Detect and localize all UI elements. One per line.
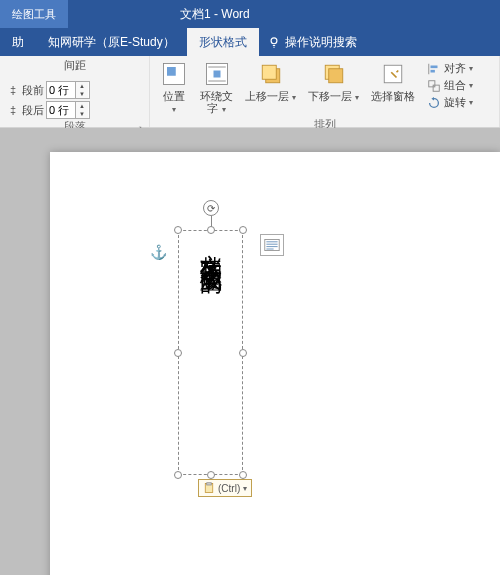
spacing-before-label: 段前 xyxy=(22,83,44,98)
selection-pane-button[interactable]: 选择窗格 xyxy=(367,58,419,104)
svg-rect-2 xyxy=(167,67,176,76)
bring-forward-icon xyxy=(257,60,285,88)
spacing-before-icon: ‡ xyxy=(6,83,20,97)
clipboard-icon xyxy=(203,482,215,494)
tab-estudy[interactable]: 知网研学（原E-Study） xyxy=(36,28,187,56)
group-paragraph: 间距 ‡ 段前 ▲▼ ‡ 段后 ▲▼ xyxy=(0,56,150,127)
anchor-icon[interactable]: ⚓ xyxy=(150,244,167,260)
send-backward-icon xyxy=(320,60,348,88)
rotate-button[interactable]: 旋转 ▾ xyxy=(423,94,477,111)
spin-up-icon[interactable]: ▲ xyxy=(76,82,88,90)
document-area[interactable]: ⚓ 文档字体怎么变成竖的 (Ctrl) ▾ xyxy=(0,128,500,575)
align-icon xyxy=(427,62,441,76)
document-title: 文档1 - Word xyxy=(168,0,262,28)
group-objects-button[interactable]: 组合 ▾ xyxy=(423,77,477,94)
spacing-before-input[interactable] xyxy=(47,84,75,96)
rotate-icon xyxy=(427,96,441,110)
textbox-selection[interactable]: 文档字体怎么变成竖的 xyxy=(178,230,243,475)
resize-handle-tr[interactable] xyxy=(239,226,247,234)
spacing-before-row: ‡ 段前 ▲▼ xyxy=(6,81,143,99)
title-bar: 绘图工具 文档1 - Word xyxy=(0,0,500,28)
group-icon xyxy=(427,79,441,93)
tell-me-search[interactable]: 操作说明搜索 xyxy=(267,34,357,51)
svg-rect-15 xyxy=(429,80,435,86)
lightbulb-icon xyxy=(267,35,281,49)
tell-me-label: 操作说明搜索 xyxy=(285,34,357,51)
spacing-header: 间距 xyxy=(6,58,143,75)
resize-handle-bl[interactable] xyxy=(174,471,182,479)
resize-handle-mr[interactable] xyxy=(239,349,247,357)
chevron-down-icon: ▾ xyxy=(243,484,247,493)
ribbon: 间距 ‡ 段前 ▲▼ ‡ 段后 ▲▼ xyxy=(0,56,500,128)
spacing-after-label: 段后 xyxy=(22,103,44,118)
textbox-content[interactable]: 文档字体怎么变成竖的 xyxy=(196,237,226,474)
selection-pane-icon xyxy=(379,60,407,88)
svg-rect-8 xyxy=(262,65,276,79)
resize-handle-bm[interactable] xyxy=(207,471,215,479)
spin-down-icon[interactable]: ▼ xyxy=(76,90,88,98)
send-backward-button[interactable]: 下移一层 ▾ xyxy=(304,58,363,105)
svg-rect-4 xyxy=(213,71,220,78)
svg-rect-10 xyxy=(328,69,342,83)
wrap-text-icon xyxy=(203,60,231,88)
spin-down-icon[interactable]: ▼ xyxy=(76,110,88,118)
layout-options-button[interactable] xyxy=(260,234,284,256)
spin-up-icon[interactable]: ▲ xyxy=(76,102,88,110)
page[interactable]: ⚓ 文档字体怎么变成竖的 (Ctrl) ▾ xyxy=(50,152,500,575)
textbox[interactable]: 文档字体怎么变成竖的 xyxy=(178,230,243,475)
layout-options-icon xyxy=(264,238,280,252)
bring-forward-button[interactable]: 上移一层 ▾ xyxy=(241,58,300,105)
tab-help[interactable]: 助 xyxy=(0,28,36,56)
svg-rect-14 xyxy=(431,69,435,72)
spacing-before-spinner[interactable]: ▲▼ xyxy=(46,81,90,99)
align-button[interactable]: 对齐 ▾ xyxy=(423,60,477,77)
position-icon xyxy=(160,60,188,88)
ctrl-label: (Ctrl) xyxy=(218,483,240,494)
spacing-after-row: ‡ 段后 ▲▼ xyxy=(6,101,143,119)
group-arrange: 位置▾ 环绕文 字 ▾ 上移一层 ▾ 下移一层 ▾ 选择窗格 对 xyxy=(150,56,500,127)
contextual-tools-label: 绘图工具 xyxy=(0,0,68,28)
ribbon-tabs: 助 知网研学（原E-Study） 形状格式 操作说明搜索 xyxy=(0,28,500,56)
position-button[interactable]: 位置▾ xyxy=(156,58,192,117)
resize-handle-ml[interactable] xyxy=(174,349,182,357)
spacing-after-icon: ‡ xyxy=(6,103,20,117)
wrap-text-button[interactable]: 环绕文 字 ▾ xyxy=(196,58,237,117)
spacing-after-spinner[interactable]: ▲▼ xyxy=(46,101,90,119)
resize-handle-br[interactable] xyxy=(239,471,247,479)
resize-handle-tl[interactable] xyxy=(174,226,182,234)
svg-rect-23 xyxy=(207,483,212,485)
paste-options-button[interactable]: (Ctrl) ▾ xyxy=(198,479,252,497)
resize-handle-tm[interactable] xyxy=(207,226,215,234)
svg-rect-16 xyxy=(433,85,439,91)
rotate-handle[interactable] xyxy=(203,200,219,216)
tab-shape-format[interactable]: 形状格式 xyxy=(187,28,259,56)
spacing-after-input[interactable] xyxy=(47,104,75,116)
svg-point-0 xyxy=(271,38,277,44)
svg-rect-13 xyxy=(431,65,438,68)
